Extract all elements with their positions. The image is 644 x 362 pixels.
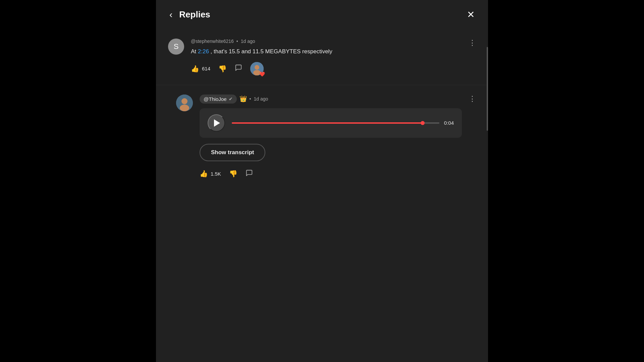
verified-icon: ✔ (229, 96, 233, 102)
progress-dot (421, 121, 425, 125)
reply-thumbs-up-icon: 👍 (200, 170, 208, 178)
reply-icon (235, 64, 242, 73)
reply-comment-icon (246, 169, 253, 178)
reply-comment-button[interactable] (246, 169, 253, 178)
like-count: 614 (202, 66, 210, 71)
reply-like-count: 1.5K (211, 171, 221, 177)
comment-dot: • (236, 39, 238, 44)
reply-content: @ThioJoe ✔ 👑 • 1d ago 0 (200, 95, 462, 178)
dislike-button[interactable]: 👎 (218, 65, 227, 73)
reply-author: @ThioJoe (204, 96, 227, 102)
comment-content: @stephenwhite6216 • 1d ago At 2:26 , tha… (191, 39, 462, 75)
reply-dislike-button[interactable]: 👎 (229, 170, 237, 178)
panel-title: Replies (179, 9, 467, 20)
heart-badge: ❤️ (259, 71, 265, 77)
play-button[interactable] (208, 114, 225, 132)
svg-point-1 (255, 65, 259, 70)
channel-name-badge: @ThioJoe ✔ (200, 95, 237, 104)
replies-panel: ‹ Replies ✕ S @stephenwhite6216 • 1d ago… (156, 0, 488, 362)
svg-point-4 (181, 98, 187, 104)
creator-heart-container: ❤️ (250, 62, 264, 75)
reply-thumbs-down-icon: 👎 (229, 170, 237, 178)
reply-time: 1d ago (254, 96, 268, 102)
comment-menu-button[interactable]: ⋮ (469, 39, 476, 47)
like-button[interactable]: 👍 614 (191, 65, 210, 73)
comment-meta: @stephenwhite6216 • 1d ago (191, 39, 462, 44)
reply-avatar (176, 95, 193, 111)
panel-header: ‹ Replies ✕ (156, 0, 488, 29)
progress-bar-fill (232, 122, 423, 124)
reply-block: @ThioJoe ✔ 👑 • 1d ago 0 (156, 85, 488, 188)
play-icon (214, 119, 220, 127)
show-transcript-button[interactable]: Show transcript (200, 144, 265, 161)
reply-meta: @ThioJoe ✔ 👑 • 1d ago (200, 95, 462, 104)
scrollbar[interactable] (487, 47, 488, 131)
comment-actions: 👍 614 👎 (191, 62, 462, 75)
comment-author: @stephenwhite6216 (191, 39, 234, 44)
video-duration: 0:04 (444, 120, 454, 126)
comment-block: S @stephenwhite6216 • 1d ago At 2:26 , t… (156, 29, 488, 85)
avatar: S (168, 39, 184, 55)
comment-text: At 2:26 , that's 15.5 and 11.5 MEGABYTES… (191, 47, 462, 56)
crown-icon: 👑 (239, 95, 247, 103)
svg-point-5 (180, 105, 189, 111)
back-button[interactable]: ‹ (169, 10, 172, 19)
thumbs-down-icon: 👎 (218, 65, 227, 73)
close-button[interactable]: ✕ (467, 10, 475, 19)
thumbs-up-icon: 👍 (191, 65, 199, 73)
reply-button[interactable] (235, 64, 242, 73)
reply-actions: 👍 1.5K 👎 (200, 169, 462, 178)
reply-menu-button[interactable]: ⋮ (469, 95, 476, 103)
reply-dot: • (250, 96, 251, 102)
video-player-widget: 0:04 (200, 108, 462, 138)
timestamp-link[interactable]: 2:26 (198, 48, 209, 55)
progress-bar-track[interactable] (232, 122, 439, 124)
progress-area: 0:04 (232, 120, 454, 126)
reply-like-button[interactable]: 👍 1.5K (200, 170, 221, 178)
comment-time: 1d ago (241, 39, 255, 44)
